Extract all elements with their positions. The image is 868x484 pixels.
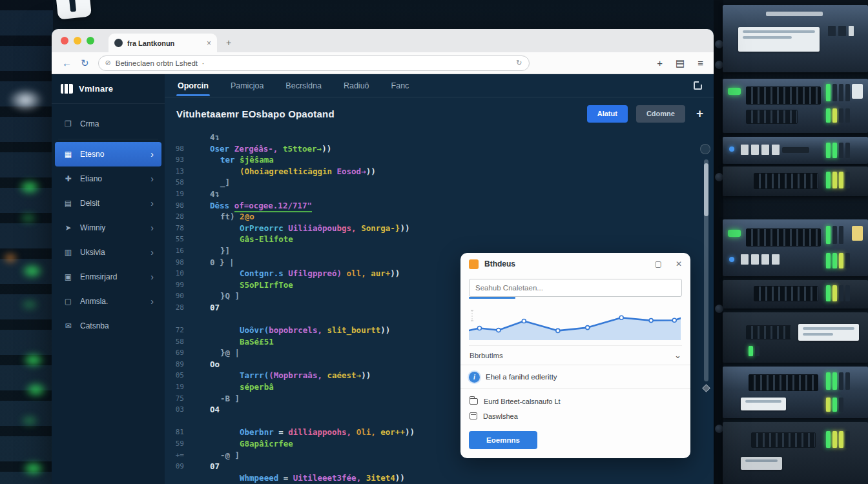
dialog-header[interactable]: Bthdeus ▢ ✕ — [460, 253, 690, 275]
sidebar-item-etesno[interactable]: ▦Etesno› — [55, 142, 161, 166]
tab-becrsldna[interactable]: Becrsldna — [284, 76, 323, 96]
line-number — [165, 416, 184, 428]
line-number: 99 — [165, 280, 184, 292]
server-unit — [723, 5, 868, 72]
tab-radiuô[interactable]: Radiuô — [342, 76, 371, 96]
sidebar-item-catsnba[interactable]: ✉Catsnba — [55, 314, 161, 338]
rack-rail — [714, 0, 723, 484]
calendar-icon — [470, 412, 477, 419]
tab-close-icon[interactable]: × — [207, 39, 211, 48]
sidebar-item-label: Catsnba — [80, 321, 109, 330]
info-label: Ehel a fanihd edleritty — [486, 373, 557, 381]
chevron-right-icon: › — [150, 223, 154, 233]
line-number — [165, 132, 184, 144]
info-row[interactable]: i Ehel a fanihd edleritty — [460, 365, 690, 389]
line-number: 78 — [165, 223, 184, 235]
dialog-close-icon[interactable]: ✕ — [676, 259, 682, 268]
sidebar-item-icon: ▣ — [63, 272, 74, 281]
site-info-icon[interactable]: ⊘ — [105, 59, 111, 67]
new-tab-button[interactable]: + — [226, 37, 231, 48]
line-number: 19 — [165, 382, 184, 394]
navigator-icon[interactable] — [702, 384, 710, 392]
server-unit — [723, 166, 868, 196]
address-input[interactable] — [116, 59, 512, 67]
sidebar-item-icon: ➤ — [63, 223, 74, 232]
address-reload-icon[interactable]: ↻ — [516, 59, 522, 67]
menu-icon[interactable]: ≡ — [698, 57, 703, 68]
sidebar-items: ❐Crma▦Etesno›✚Etiano›▤Delsit›➤Wimniy›▥Uk… — [52, 104, 165, 338]
chevron-right-icon: › — [150, 174, 154, 184]
dropdown-row[interactable]: Bbrbutlms ⌄ — [460, 346, 690, 365]
line-chart-svg — [469, 304, 681, 340]
tab-pamicjoa[interactable]: Pamicjoa — [229, 76, 265, 96]
line-number: 16 — [165, 246, 184, 257]
line-number: 69 — [165, 348, 184, 359]
tab-favicon-icon — [114, 39, 123, 47]
scroll-top-button[interactable] — [700, 144, 710, 154]
primary-action-button[interactable]: Alatut — [587, 105, 628, 123]
brand: Vmlnare — [52, 74, 165, 104]
sidebar-item-crma[interactable]: ❐Crma — [55, 112, 161, 136]
line-number: 13 — [165, 166, 184, 178]
line-number: 03 — [165, 405, 184, 416]
code-line: 78OrPreorrc Uiliiaôpoubgs, Sonrga-})) — [165, 223, 697, 235]
maximize-window-button[interactable] — [87, 37, 94, 45]
sidebar-item-anmsla[interactable]: ▢Anmsla.› — [55, 289, 161, 314]
code-line: 4↴ — [165, 132, 697, 144]
reload-icon[interactable]: ↻ — [81, 57, 89, 69]
dialog-submit-button[interactable]: Eoemnns — [469, 431, 537, 449]
minimize-window-button[interactable] — [74, 37, 81, 45]
search-input[interactable] — [469, 279, 682, 297]
code-line: 98Oser Zergéâs-, t5ttoer→)) — [165, 144, 697, 156]
brand-name: Vmlnare — [79, 84, 113, 94]
line-number: 09 — [165, 461, 184, 473]
line-number: 58 — [165, 337, 184, 348]
link-row[interactable]: Daswlshea — [460, 408, 690, 423]
chevron-right-icon: › — [150, 296, 154, 307]
scrollbar[interactable] — [704, 159, 708, 381]
sidebar-item-enmsirjard[interactable]: ▣Enmsirjard› — [55, 265, 161, 289]
sidebar-item-wimniy[interactable]: ➤Wimniy› — [55, 216, 161, 240]
secondary-action-button[interactable]: Cdomne — [636, 105, 685, 123]
sidebar-item-icon: ✉ — [63, 321, 74, 330]
folder-icon — [470, 398, 478, 405]
floating-dialog: Bthdeus ▢ ✕ Bbrbutlms ⌄ i Ehel a fanihd … — [460, 253, 690, 458]
browser-tab-strip: fra Lantkonun × + — [52, 29, 714, 52]
dialog-title: Bthdeus — [484, 259, 515, 268]
sidebar-item-icon: ▥ — [63, 248, 74, 257]
code-line: 98Dêss of=ocgee.12/717" — [165, 201, 697, 212]
info-icon: i — [469, 372, 480, 383]
dropdown-label: Bbrbutlms — [470, 352, 503, 359]
sidebar-item-uksivia[interactable]: ▥Uksivia› — [55, 240, 161, 265]
sidebar-item-etiano[interactable]: ✚Etiano› — [55, 166, 161, 191]
sidebar-item-delsit[interactable]: ▤Delsit› — [55, 191, 161, 216]
line-number: 05 — [165, 370, 184, 382]
code-line: 93ter ŝjẽŝama — [165, 155, 697, 166]
scrollbar-thumb[interactable] — [704, 163, 708, 216]
toolbar-actions: + ▤ ≡ — [657, 57, 703, 69]
tab-oporcin[interactable]: Oporcin — [176, 76, 210, 96]
sidebar-item-icon: ▦ — [63, 150, 74, 159]
browser-tab[interactable]: fra Lantkonun × — [108, 34, 217, 52]
dialog-maximize-icon[interactable]: ▢ — [655, 259, 662, 268]
add-icon[interactable]: + — [696, 106, 703, 121]
tab-fanc[interactable]: Fanc — [390, 76, 411, 96]
link-label: Eurd Brteet-calsnaufo Lt — [484, 398, 561, 405]
line-number: 98 — [165, 144, 184, 156]
back-icon[interactable]: ← — [62, 57, 72, 68]
layout-icon[interactable] — [694, 81, 702, 90]
title-row: Vituhetaaemr EOsbapo Opaotand Alatut Cdo… — [165, 97, 714, 130]
reading-list-icon[interactable]: ▤ — [676, 57, 685, 69]
screen: fra Lantkonun × + ← ↻ ⊘ ↻ + ▤ ≡ — [0, 0, 868, 484]
sidebar-item-label: Uksivia — [80, 248, 105, 257]
metrics-chart — [469, 304, 682, 346]
server-unit — [723, 367, 868, 418]
server-unit — [723, 79, 868, 133]
new-tab-icon[interactable]: + — [657, 57, 663, 68]
tab-title: fra Lantkonun — [127, 39, 202, 47]
dialog-search — [469, 279, 682, 299]
address-bar[interactable]: ⊘ ↻ — [98, 55, 530, 71]
close-window-button[interactable] — [61, 37, 68, 45]
link-row[interactable]: Eurd Brteet-calsnaufo Lt — [460, 394, 690, 408]
line-number: 90 — [165, 291, 184, 303]
